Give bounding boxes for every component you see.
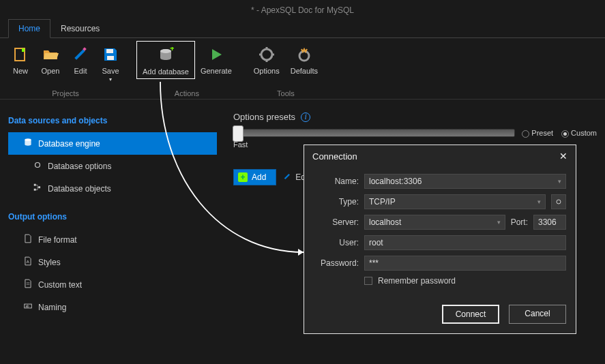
tab-resources[interactable]: Resources	[50, 19, 110, 37]
plus-icon: +	[238, 172, 248, 182]
svg-point-10	[265, 52, 269, 57]
sidebar-item-label: Database engine	[38, 139, 100, 149]
dialog-title: Connection	[312, 151, 357, 162]
tree-icon	[33, 183, 42, 194]
add-database-button[interactable]: + Add database	[136, 41, 195, 79]
new-button[interactable]: New	[5, 41, 35, 85]
preset-radio[interactable]: Preset	[522, 129, 553, 138]
svg-rect-2	[74, 49, 85, 60]
sidebar-item-label: Styles	[38, 258, 61, 267]
sidebar-item-label: File format	[38, 235, 77, 245]
ribbon: New Open Edit Save ▾ Pr	[0, 38, 605, 100]
ribbon-group-label: Actions	[175, 87, 199, 97]
sidebar-item-database-objects[interactable]: Database objects	[8, 177, 217, 200]
preset-slider-row: Preset Custom	[233, 129, 597, 138]
database-add-icon: +	[158, 44, 174, 66]
defaults-icon	[296, 44, 312, 65]
open-button[interactable]: Open	[35, 41, 65, 85]
save-button[interactable]: Save ▾	[95, 41, 126, 85]
ribbon-group-tools: Options Defaults Tools	[243, 38, 329, 99]
ribbon-group-projects: New Open Edit Save ▾ Pr	[0, 38, 131, 99]
gear-small-icon	[33, 160, 42, 172]
add-datasource-button[interactable]: + Add	[233, 169, 276, 185]
port-field[interactable]	[533, 215, 566, 230]
gear-icon	[259, 44, 275, 65]
ribbon-group-label: Tools	[277, 87, 295, 97]
connection-dialog: Connection ✕ Name: localhost:3306 Type: …	[304, 145, 576, 334]
svg-rect-22	[38, 186, 40, 188]
server-label: Server:	[314, 217, 359, 227]
svg-text:ab: ab	[26, 305, 30, 308]
cancel-button[interactable]: Cancel	[509, 305, 566, 324]
password-label: Password:	[314, 258, 359, 268]
sidebar-item-naming[interactable]: ab Naming	[8, 296, 217, 318]
window-titlebar: * - ApexSQL Doc for MySQL	[0, 0, 605, 20]
svg-point-29	[557, 200, 561, 204]
sidebar-item-label: Database options	[48, 162, 111, 171]
gear-small-icon	[555, 198, 563, 206]
connect-button[interactable]: Connect	[442, 305, 499, 324]
sidebar-item-file-format[interactable]: File format	[8, 228, 217, 251]
svg-text:A: A	[27, 260, 29, 264]
name-label: Name:	[314, 177, 359, 186]
database-icon	[23, 138, 33, 149]
type-field[interactable]: TCP/IP	[364, 194, 546, 209]
name-field[interactable]: localhost:3306	[364, 174, 566, 189]
svg-rect-1	[22, 48, 25, 52]
svg-point-19	[37, 164, 38, 166]
sidebar-item-styles[interactable]: A Styles	[8, 251, 217, 273]
save-icon	[102, 44, 119, 65]
type-label: Type:	[314, 197, 359, 207]
tab-home[interactable]: Home	[8, 19, 50, 38]
sidebar-item-label: Naming	[38, 303, 66, 312]
svg-rect-28	[284, 173, 290, 179]
slider-thumb[interactable]	[233, 125, 244, 142]
ribbon-tabbar: Home Resources	[0, 20, 605, 38]
chevron-down-icon: ▾	[109, 76, 112, 82]
remember-password-label: Remember password	[378, 276, 456, 286]
pencil-icon	[72, 44, 89, 65]
styles-icon: A	[23, 256, 33, 268]
preset-radio-group: Preset Custom	[522, 129, 597, 138]
window-title: * - ApexSQL Doc for MySQL	[251, 5, 354, 15]
file-icon	[23, 234, 33, 245]
server-field[interactable]: localhost	[364, 215, 505, 230]
remember-password-checkbox[interactable]	[364, 277, 372, 285]
custom-radio[interactable]: Custom	[561, 129, 597, 138]
options-button[interactable]: Options	[248, 41, 285, 78]
svg-rect-5	[107, 56, 114, 60]
user-field[interactable]	[364, 235, 566, 250]
naming-icon: ab	[23, 301, 33, 313]
ribbon-group-label: Projects	[52, 87, 79, 97]
sidebar-item-database-options[interactable]: Database options	[8, 155, 217, 177]
sidebar-heading-output: Output options	[8, 212, 217, 222]
generate-button[interactable]: Generate	[195, 41, 237, 79]
svg-rect-21	[34, 189, 36, 191]
sidebar-item-database-engine[interactable]: Database engine	[8, 132, 217, 155]
sidebar-item-custom-text[interactable]: Custom text	[8, 273, 217, 296]
svg-rect-20	[34, 184, 36, 186]
type-settings-button[interactable]	[551, 194, 566, 209]
options-presets-label: Options presets i	[233, 112, 310, 122]
close-icon[interactable]: ✕	[559, 151, 567, 162]
preset-slider[interactable]	[233, 129, 515, 137]
folder-open-icon	[42, 44, 59, 65]
play-icon	[208, 44, 224, 65]
port-label: Port:	[511, 217, 528, 227]
sidebar-item-label: Database objects	[48, 184, 111, 194]
user-label: User:	[314, 238, 359, 247]
dialog-header: Connection ✕	[304, 145, 576, 167]
pencil-small-icon	[283, 172, 293, 183]
password-field[interactable]	[364, 256, 566, 271]
svg-text:+: +	[170, 47, 174, 53]
svg-rect-4	[106, 49, 113, 53]
svg-point-16	[302, 55, 306, 58]
text-icon	[23, 279, 33, 290]
defaults-button[interactable]: Defaults	[285, 41, 323, 78]
info-icon[interactable]: i	[301, 112, 310, 122]
ribbon-group-actions: + Add database Generate Actions	[131, 38, 243, 99]
edit-button[interactable]: Edit	[65, 41, 95, 85]
sidebar: Data sources and objects Database engine…	[0, 100, 225, 364]
sidebar-item-label: Custom text	[38, 280, 82, 290]
new-icon	[12, 44, 29, 65]
